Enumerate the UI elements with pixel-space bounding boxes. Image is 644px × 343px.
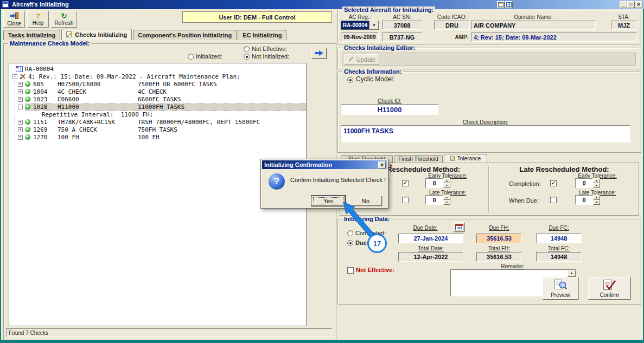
tab-tasks-initializing[interactable]: Tasks Initializing	[3, 30, 60, 40]
aircraft-table-icon	[16, 66, 23, 72]
check-code: TH78K/C48K+RC15K	[58, 119, 138, 126]
scroll-up-icon[interactable]: ▲	[568, 270, 576, 277]
early-early-tolerance-checkbox[interactable]: ✓	[402, 180, 409, 186]
update-button[interactable]: Update	[345, 54, 379, 64]
tree-item-1028-selected[interactable]: - + 1028 H11000 11000FH TASKS	[9, 103, 306, 111]
collapse-icon[interactable]: -	[18, 105, 23, 109]
not-effective-radio[interactable]	[244, 46, 250, 52]
amp-title: 4; Rev.: 15; Date: 09-Mar-2022 - Aircraf…	[28, 73, 240, 80]
expand-icon[interactable]: +	[18, 82, 23, 87]
spinner-up-button[interactable]: ▲	[443, 195, 450, 200]
due-fh-field[interactable]: 35616.53	[476, 234, 522, 243]
spinner-value[interactable]: 0	[575, 178, 593, 188]
tab-label: EC Initializing	[243, 32, 282, 38]
due-fc-field[interactable]: 14948	[536, 234, 582, 243]
spinner-down-button[interactable]: ▼	[593, 200, 600, 205]
spinner-value[interactable]: 0	[425, 195, 443, 205]
spinner-down-button[interactable]: ▼	[593, 183, 600, 188]
amp-field: 4; Rev: 15; Date: 09-Mar-2022	[471, 33, 637, 42]
window-edge-left	[0, 9, 1, 340]
dialog-titlebar[interactable]: Initializing Confirmation	[262, 160, 387, 169]
help-button[interactable]: ? Help	[27, 11, 49, 28]
late-rescheduled-method-title: Late Rescheduled Method:	[489, 165, 639, 173]
completed-radio[interactable]	[347, 230, 353, 236]
tab-ec-initializing[interactable]: EC Initializing	[238, 30, 286, 40]
tree-item-1151[interactable]: + + 1151 TH78K/C48K+RC15K TRSH 78000FH/4…	[9, 118, 306, 126]
check-id-field[interactable]: H11000	[341, 104, 438, 115]
completion-checkbox[interactable]: ✓	[550, 180, 557, 186]
ac-reg-value[interactable]: RA-00004	[341, 21, 369, 30]
spinner-up-button[interactable]: ▲	[593, 178, 600, 183]
tree-item-685[interactable]: + + 685 H07500/C6000 7500FH OR 6000FC TA…	[9, 80, 306, 88]
when-due-checkbox[interactable]	[550, 197, 557, 203]
dialog-close-button[interactable]: ✕	[378, 161, 386, 169]
group-caption: Initializing Data:	[342, 216, 391, 222]
tab-tolerance[interactable]: Tolerance	[444, 154, 487, 163]
check-description-field[interactable]: 11000FH TASKS	[341, 125, 630, 143]
confirm-button[interactable]: Confirm	[588, 277, 630, 300]
not-effective-checkbox[interactable]	[347, 267, 354, 274]
yes-button[interactable]: Yes	[311, 196, 345, 206]
tree-amp-node[interactable]: - 4; Rev.: 15; Date: 09-Mar-2022 - Aircr…	[9, 73, 306, 80]
expand-icon[interactable]: +	[18, 120, 23, 125]
early-late-tolerance-checkbox[interactable]	[402, 197, 409, 203]
check-number: 1023	[33, 96, 58, 103]
report-icon-button[interactable]	[497, 1, 505, 8]
spinner-down-button[interactable]: ▼	[443, 183, 450, 188]
check-status-icon: +	[25, 81, 30, 87]
tab-checks-initializing[interactable]: Checks Initializing	[61, 29, 132, 40]
initialized-radio[interactable]	[188, 54, 194, 60]
check-id-label: Check ID:	[341, 98, 438, 104]
due-radio[interactable]	[347, 240, 353, 246]
due-date-field[interactable]: 27-Jan-2024	[398, 234, 463, 243]
chevron-down-icon[interactable]: ▼	[369, 21, 379, 30]
plus-glyph: +	[25, 119, 30, 125]
spinner-value[interactable]: 0	[425, 178, 443, 188]
check-desc: 7500FH OR 6000FC TASKS	[138, 81, 217, 88]
minimize-button[interactable]: _	[620, 1, 627, 8]
tab-components-position[interactable]: Component's Position Initializing	[133, 30, 237, 40]
expand-icon[interactable]: +	[18, 89, 23, 94]
spinner-down-button[interactable]: ▼	[443, 200, 450, 205]
no-button[interactable]: No	[349, 196, 382, 206]
total-fc-field: 14948	[536, 252, 582, 262]
ac-type-field: B737-NG	[382, 33, 422, 42]
expand-icon[interactable]: +	[18, 135, 23, 140]
check-description-label: Check Description:	[341, 119, 630, 125]
tree-item-1269[interactable]: + + 1269 750 A CHECK 750FH TASKS	[9, 126, 306, 133]
check-icon: ✓	[403, 180, 407, 186]
not-initialized-radio[interactable]	[244, 54, 250, 60]
collapse-icon[interactable]: -	[12, 74, 17, 79]
cyclic-model-radio[interactable]	[347, 77, 353, 83]
spinner-value[interactable]: 0	[575, 195, 593, 205]
ac-reg-combobox[interactable]: RA-00004 ▼	[341, 21, 379, 30]
apply-selection-button[interactable]	[311, 48, 327, 59]
maximize-button[interactable]: □	[627, 1, 635, 8]
plus-glyph: +	[25, 89, 30, 94]
check-status-icon: +	[25, 119, 30, 125]
expand-icon[interactable]: +	[18, 97, 23, 102]
spinner-up-button[interactable]: ▲	[593, 195, 600, 200]
refresh-button[interactable]: ↻ Refresh	[51, 11, 77, 28]
close-window-button[interactable]: ✕	[635, 1, 642, 8]
check-status-icon: +	[25, 96, 30, 102]
tree-item-1270[interactable]: + + 1270 100 FH 100 FH	[9, 133, 306, 141]
total-date-field: 12-Apr-2022	[398, 252, 463, 262]
due-fc-label: Due FC:	[536, 225, 582, 231]
calendar-button[interactable]	[454, 222, 464, 232]
table-icon-button[interactable]	[505, 1, 513, 8]
preview-button[interactable]: Preview	[543, 277, 578, 300]
tree-root-aircraft[interactable]: RA-00004	[9, 65, 306, 73]
ac-reg-label: AC Reg.:	[341, 14, 379, 20]
tree-item-1004[interactable]: + + 1004 4C CHECK 4C CHECK	[9, 88, 306, 95]
tab-finish-threshold[interactable]: Finish Threshold	[394, 155, 443, 163]
tree-repetitive-interval[interactable]: Repetitive Interval: 11000 FH;	[9, 111, 306, 118]
check-number: 1004	[33, 88, 58, 95]
plus-glyph: +	[25, 96, 30, 102]
close-button[interactable]: Close	[3, 11, 25, 28]
expand-icon[interactable]: +	[18, 127, 23, 132]
check-number: 1270	[33, 134, 58, 141]
spinner-up-button[interactable]: ▲	[443, 178, 450, 183]
selected-row-highlight[interactable]: + 1028 H11000 11000FH TASKS	[25, 103, 306, 111]
tree-item-1023[interactable]: + + 1023 C06600 6600FC TASKS	[9, 95, 306, 103]
